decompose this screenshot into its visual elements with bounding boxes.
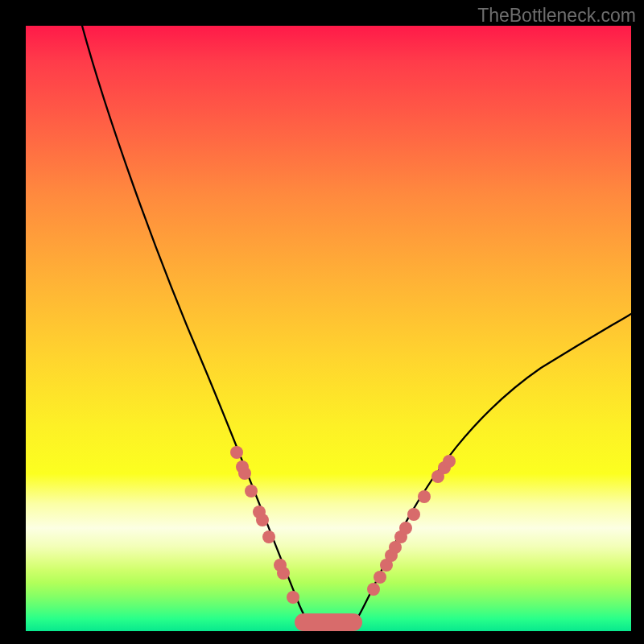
- left-curve: [82, 26, 312, 628]
- plot-area: [26, 26, 631, 631]
- svg-point-18: [418, 490, 431, 503]
- svg-point-5: [256, 514, 269, 526]
- watermark-text: TheBottleneck.com: [477, 5, 636, 27]
- right-curve-dots: [367, 455, 456, 596]
- svg-point-8: [277, 567, 290, 580]
- curves-svg: [26, 26, 631, 631]
- svg-point-9: [287, 591, 299, 604]
- svg-point-3: [245, 485, 258, 497]
- svg-point-2: [238, 467, 251, 480]
- chart-canvas: TheBottleneck.com: [0, 0, 644, 644]
- right-curve: [351, 314, 631, 628]
- bottom-band: [295, 613, 362, 631]
- svg-point-16: [399, 522, 412, 535]
- svg-point-0: [230, 446, 243, 459]
- svg-point-21: [443, 455, 456, 468]
- svg-point-11: [374, 571, 386, 584]
- svg-point-17: [407, 508, 420, 521]
- svg-point-6: [262, 530, 275, 543]
- svg-point-10: [367, 583, 380, 596]
